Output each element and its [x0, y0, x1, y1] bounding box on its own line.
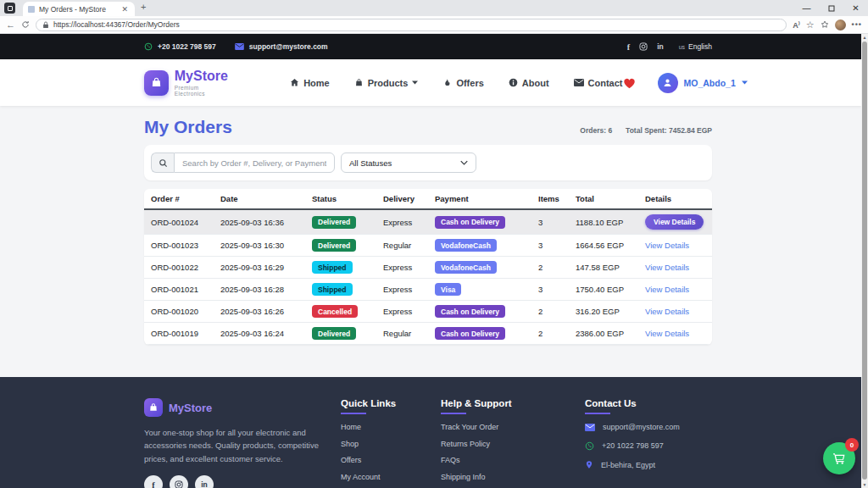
new-tab-button[interactable]: + [141, 2, 146, 12]
payment-cell: VodafoneCash [428, 235, 531, 257]
maximize-button[interactable] [819, 0, 843, 16]
status-badge: Cancelled [312, 305, 358, 318]
footer-link[interactable]: Shop [341, 440, 441, 448]
bag-icon [354, 78, 364, 87]
footer-link[interactable]: Home [341, 423, 441, 431]
nav-item-label: Offers [456, 78, 483, 88]
footer: MyStore Your one-stop shop for all your … [0, 377, 861, 488]
orders-table: Order #DateStatusDeliveryPaymentItemsTot… [144, 189, 712, 345]
payment-cell: Cash on Delivery [428, 323, 531, 345]
nav-item-offers[interactable]: Offers [442, 78, 483, 88]
linkedin-icon[interactable]: in [657, 42, 664, 51]
details-cell: View Details [638, 323, 712, 345]
chevron-down-icon [742, 80, 748, 85]
status-badge: Shipped [312, 261, 353, 274]
tab-actions-icon[interactable] [4, 3, 15, 14]
items-cell: 3 [531, 209, 569, 235]
search-input[interactable] [174, 152, 335, 173]
contact-row[interactable]: support@mystore.com [585, 423, 680, 431]
browser-tab[interactable]: My Orders - MyStore ✕ [23, 2, 135, 16]
caret-icon [412, 80, 418, 85]
user-menu[interactable]: MO_Abdo_1 [658, 73, 748, 93]
site-info-lock-icon[interactable] [42, 21, 49, 29]
browser-profile-avatar[interactable] [835, 19, 846, 30]
scrollbar-up-arrow[interactable]: ▲ [861, 34, 868, 41]
payment-badge: Cash on Delivery [435, 305, 505, 318]
view-details-button[interactable]: View Details [645, 214, 704, 230]
back-icon[interactable]: ← [6, 20, 15, 30]
nav-item-about[interactable]: About [509, 78, 549, 88]
status-cell: Cancelled [305, 301, 376, 323]
status-filter-select[interactable]: All Statuses [341, 152, 476, 173]
payment-cell: Cash on Delivery [428, 301, 531, 323]
footer-column-title: Help & Support [441, 398, 585, 408]
order-row: ORD-0010192025-09-03 16:24DeliveredRegul… [144, 323, 712, 345]
footer-link[interactable]: My Account [341, 473, 441, 481]
view-details-link[interactable]: View Details [645, 241, 689, 250]
view-details-link[interactable]: View Details [645, 285, 689, 294]
delivery-cell: Express [376, 279, 428, 301]
details-cell: View Details [638, 279, 712, 301]
total-cell: 2386.00 EGP [569, 323, 638, 345]
favorites-star-icon[interactable]: ☆ [806, 20, 815, 30]
url-text: https://localhost:44367/Order/MyOrders [53, 20, 180, 29]
browser-menu-icon[interactable]: ••• [852, 20, 862, 29]
close-button[interactable]: ✕ [843, 0, 868, 16]
facebook-icon[interactable]: f [144, 475, 163, 488]
instagram-icon[interactable] [639, 42, 648, 51]
user-avatar [658, 73, 678, 93]
refresh-icon[interactable] [21, 20, 30, 29]
order-row: ORD-0010232025-09-03 16:30DeliveredRegul… [144, 235, 712, 257]
payment-badge: Cash on Delivery [435, 216, 505, 229]
status-cell: Shipped [305, 257, 376, 279]
footer-link[interactable]: Track Your Order [441, 423, 585, 431]
column-header: Status [305, 189, 376, 209]
date-cell: 2025-09-03 16:24 [214, 323, 305, 345]
nav-item-contact[interactable]: Contact [574, 78, 623, 88]
view-details-link[interactable]: View Details [645, 329, 689, 338]
details-cell: View Details [638, 301, 712, 323]
view-details-link[interactable]: View Details [645, 307, 689, 316]
filter-card: All Statuses [144, 145, 712, 180]
address-bar[interactable]: https://localhost:44367/Order/MyOrders [36, 19, 787, 31]
scrollbar-down-arrow[interactable]: ▼ [861, 481, 868, 488]
footer-link[interactable]: FAQs [441, 456, 585, 464]
browser-window: My Orders - MyStore ✕ + — ✕ ← https://lo… [0, 0, 868, 488]
instagram-icon[interactable] [170, 475, 188, 488]
collections-icon[interactable] [821, 20, 829, 29]
footer-contact-title: Contact Us [585, 398, 680, 408]
footer-link[interactable]: Returns Policy [441, 440, 585, 448]
topbar-email-text: support@mystore.com [249, 42, 328, 51]
main-navbar: MyStore Premium Electronics HomeProducts… [0, 59, 861, 106]
date-cell: 2025-09-03 16:30 [214, 235, 305, 257]
topbar-email-link[interactable]: support@mystore.com [235, 42, 328, 51]
wishlist-heart-icon[interactable] [623, 77, 636, 89]
contact-row[interactable]: +20 1022 798 597 [585, 441, 680, 451]
facebook-icon[interactable]: f [627, 42, 630, 52]
footer-link[interactable]: Shipping Info [441, 473, 585, 481]
footer-brand-name: MyStore [169, 402, 212, 414]
footer-contact-list: support@mystore.com+20 1022 798 597El-be… [585, 423, 680, 469]
delivery-cell: Express [376, 301, 428, 323]
view-details-link[interactable]: View Details [645, 263, 689, 272]
footer-link[interactable]: Offers [341, 456, 441, 464]
tab-close-icon[interactable]: ✕ [120, 5, 130, 14]
payment-cell: Visa [428, 279, 531, 301]
language-switcher[interactable]: us English [679, 42, 712, 51]
topbar-phone-link[interactable]: +20 1022 798 597 [144, 42, 216, 51]
minimize-button[interactable]: — [794, 0, 819, 16]
cart-fab-button[interactable]: 0 [823, 442, 855, 474]
scrollbar-thumb[interactable] [862, 42, 867, 480]
contact-row[interactable]: El-behira, Egypt [585, 460, 680, 469]
brand-logo[interactable]: MyStore Premium Electronics [144, 69, 229, 97]
linkedin-icon[interactable]: in [195, 475, 214, 488]
page-scrollbar[interactable]: ▲ ▼ [861, 34, 868, 488]
nav-item-products[interactable]: Products [354, 78, 419, 88]
read-aloud-icon[interactable]: A) [793, 20, 800, 30]
delivery-cell: Express [376, 257, 428, 279]
orders-table-card: Order #DateStatusDeliveryPaymentItemsTot… [144, 189, 712, 345]
nav-item-home[interactable]: Home [290, 78, 330, 88]
payment-badge: VodafoneCash [435, 239, 497, 252]
status-cell: Delivered [305, 235, 376, 257]
date-cell: 2025-09-03 16:36 [214, 209, 305, 235]
